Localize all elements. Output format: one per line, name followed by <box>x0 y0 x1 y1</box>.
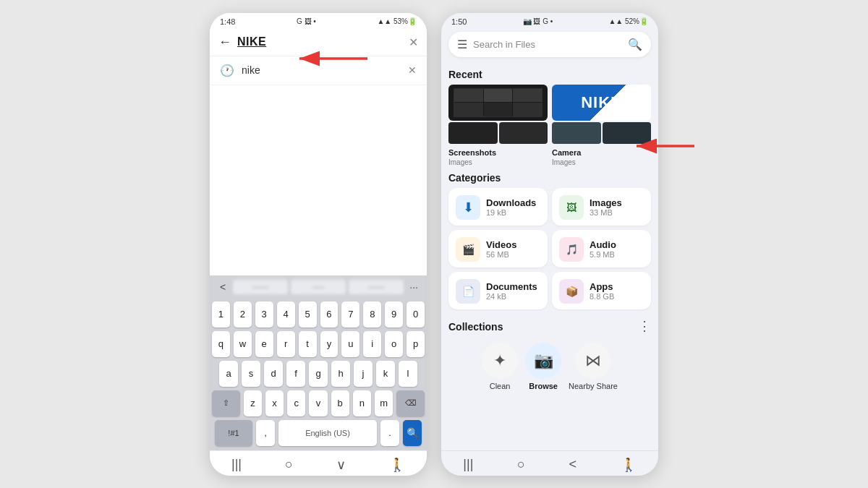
recent-section-title: Recent <box>448 69 651 80</box>
key-c[interactable]: c <box>287 390 305 416</box>
camera-thumb-big: NIKE <box>552 85 651 121</box>
category-documents[interactable]: 📄 Documents 24 kB <box>448 272 548 309</box>
search-icon[interactable]: 🔍 <box>628 38 642 51</box>
left-time: 1:48 <box>220 17 235 26</box>
keyboard-more-button[interactable]: ··· <box>407 280 421 294</box>
back-button[interactable]: ← <box>218 35 231 50</box>
left-status-icons: G 🖼 • <box>297 17 316 25</box>
documents-info: Documents 24 kB <box>486 281 537 301</box>
key-z[interactable]: z <box>244 390 262 416</box>
right-search-bar[interactable]: ☰ Search in Files 🔍 <box>448 32 651 57</box>
documents-name: Documents <box>486 281 537 292</box>
clear-search-button[interactable]: ✕ <box>409 35 418 49</box>
documents-icon: 📄 <box>456 279 480 304</box>
key-p[interactable]: p <box>407 331 425 357</box>
key-b[interactable]: b <box>331 390 349 416</box>
phones-wrapper: 1:48 G 🖼 • ▲▲ 53%🔋 ← NIKE ✕ 🕐 nike ✕ < ·… <box>210 13 658 476</box>
key-0[interactable]: 0 <box>407 301 425 328</box>
key-t[interactable]: t <box>299 331 317 357</box>
key-comma[interactable]: , <box>256 420 275 446</box>
right-nav-home[interactable]: ○ <box>517 457 525 472</box>
key-6[interactable]: 6 <box>320 301 339 328</box>
recent-clear-button[interactable]: ✕ <box>408 64 417 76</box>
key-space[interactable]: English (US) <box>278 420 377 446</box>
category-apps[interactable]: 📦 Apps 8.8 GB <box>552 272 651 309</box>
key-search[interactable]: 🔍 <box>403 420 422 446</box>
kb-suggestion-2[interactable]: ····· <box>291 280 346 294</box>
key-v[interactable]: v <box>309 390 327 416</box>
recent-search-item[interactable]: 🕐 nike ✕ <box>210 56 427 85</box>
key-backspace[interactable]: ⌫ <box>396 390 425 416</box>
camera-group[interactable]: NIKE Camera Images <box>552 85 651 166</box>
collection-browse[interactable]: 📷 Browse <box>525 343 561 390</box>
videos-info: Videos 56 MB <box>486 239 516 259</box>
downloads-size: 19 kB <box>486 208 536 217</box>
key-h[interactable]: h <box>331 361 350 387</box>
left-search-bar[interactable]: ← NIKE ✕ <box>210 29 427 56</box>
screenshots-group[interactable]: Screenshots Images <box>448 85 548 166</box>
key-symbols[interactable]: !#1 <box>215 420 252 446</box>
audio-size: 5.9 MB <box>590 250 616 259</box>
keyboard: 1 2 3 4 5 6 7 8 9 0 q w e r t y u i <box>210 299 427 450</box>
category-downloads[interactable]: ⬇ Downloads 19 kB <box>448 188 548 226</box>
key-y[interactable]: y <box>320 331 339 357</box>
browse-label: Browse <box>529 382 558 390</box>
nearby-share-label: Nearby Share <box>569 382 618 390</box>
key-9[interactable]: 9 <box>385 301 403 328</box>
key-3[interactable]: 3 <box>255 301 273 328</box>
key-4[interactable]: 4 <box>277 301 295 328</box>
key-e[interactable]: e <box>255 331 273 357</box>
right-nav-recents[interactable]: < <box>569 457 577 472</box>
audio-icon: 🎵 <box>559 237 584 262</box>
key-n[interactable]: n <box>353 390 371 416</box>
category-images[interactable]: 🖼 Images 33 MB <box>552 188 651 226</box>
right-nav-back[interactable]: ||| <box>463 457 473 472</box>
hamburger-icon[interactable]: ☰ <box>457 38 467 51</box>
downloads-info: Downloads 19 kB <box>486 197 536 217</box>
key-i[interactable]: i <box>363 331 381 357</box>
key-2[interactable]: 2 <box>234 301 252 328</box>
key-w[interactable]: w <box>234 331 252 357</box>
key-5[interactable]: 5 <box>299 301 317 328</box>
key-k[interactable]: k <box>376 361 395 387</box>
key-d[interactable]: d <box>264 361 283 387</box>
camera-sub: Images <box>552 158 651 166</box>
nav-back[interactable]: ||| <box>231 457 242 472</box>
key-period[interactable]: . <box>380 420 399 446</box>
key-a[interactable]: a <box>219 361 238 387</box>
nav-home[interactable]: ○ <box>285 457 293 472</box>
key-m[interactable]: m <box>375 390 393 416</box>
keyboard-chevron[interactable]: < <box>216 280 230 294</box>
collection-nearby-share[interactable]: ⋈ Nearby Share <box>569 343 618 390</box>
key-s[interactable]: s <box>242 361 260 387</box>
collections-row: ✦ Clean 📷 Browse ⋈ Nearby Share <box>448 343 651 390</box>
key-7[interactable]: 7 <box>341 301 359 328</box>
collection-clean[interactable]: ✦ Clean <box>482 343 518 390</box>
key-r[interactable]: r <box>277 331 295 357</box>
left-content-area <box>210 85 427 275</box>
key-j[interactable]: j <box>354 361 373 387</box>
key-1[interactable]: 1 <box>212 301 230 328</box>
clock-icon: 🕐 <box>220 64 234 77</box>
key-8[interactable]: 8 <box>363 301 381 328</box>
kb-suggestion-3[interactable]: ······· <box>349 280 404 294</box>
key-u[interactable]: u <box>341 331 359 357</box>
camera-thumb-row <box>552 122 651 144</box>
key-o[interactable]: o <box>385 331 403 357</box>
recent-thumbnails: Screenshots Images NIKE Camera Images <box>448 85 651 166</box>
key-l[interactable]: l <box>399 361 417 387</box>
key-shift[interactable]: ⇧ <box>212 390 240 416</box>
category-videos[interactable]: 🎬 Videos 56 MB <box>448 230 548 267</box>
key-g[interactable]: g <box>309 361 328 387</box>
kb-suggestion-1[interactable]: ······· <box>233 280 288 294</box>
collections-more-button[interactable]: ⋮ <box>638 318 651 334</box>
nav-recents[interactable]: ∨ <box>336 457 346 473</box>
right-status-icons: 📷 🖼 G • <box>523 17 553 25</box>
images-icon: 🖼 <box>559 195 584 220</box>
key-q[interactable]: q <box>212 331 230 357</box>
key-f[interactable]: f <box>286 361 305 387</box>
nav-accessibility[interactable]: 🚶 <box>389 457 405 473</box>
key-x[interactable]: x <box>265 390 284 416</box>
right-nav-accessibility[interactable]: 🚶 <box>621 457 637 473</box>
category-audio[interactable]: 🎵 Audio 5.9 MB <box>552 230 651 267</box>
